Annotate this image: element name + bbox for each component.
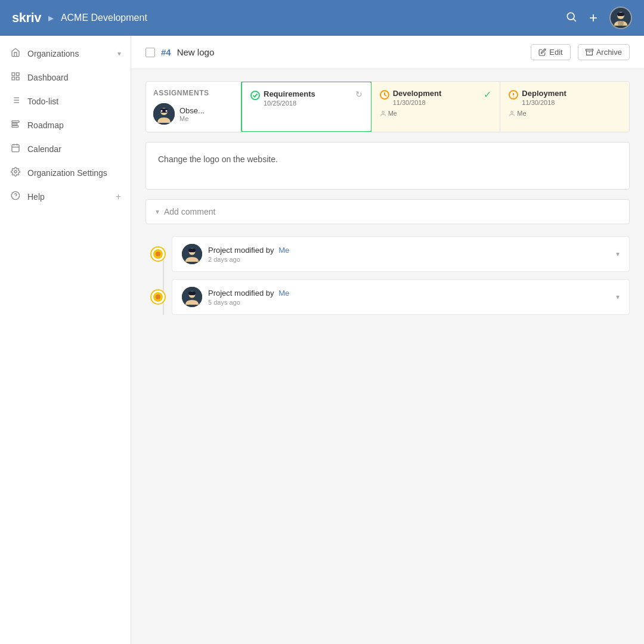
user-avatar[interactable]	[609, 7, 632, 29]
svg-rect-18	[12, 126, 18, 128]
activity-link: Me	[278, 289, 289, 298]
stage-development[interactable]: Development 11/30/2018 ✓ Me	[371, 82, 501, 132]
assignee-item: Obse... Me	[153, 103, 234, 125]
activity-item: Project modified by Me 5 days ago ▾	[151, 279, 630, 315]
plus-icon[interactable]: +	[116, 191, 121, 202]
svg-rect-17	[12, 123, 17, 125]
svg-line-1	[574, 18, 576, 21]
task-title: New logo	[177, 47, 215, 57]
expand-icon[interactable]: ▾	[616, 250, 620, 258]
list-icon	[10, 95, 21, 107]
activity-main: Project modified by Me	[208, 289, 610, 298]
dashboard-icon	[10, 72, 21, 83]
sidebar-item-todo[interactable]: Todo-list	[0, 89, 131, 113]
check-icon: ✓	[484, 89, 491, 100]
assignee-role: Me	[179, 115, 205, 122]
home-icon	[10, 48, 21, 60]
sidebar-item-calendar[interactable]: Calendar	[0, 137, 131, 161]
svg-point-0	[567, 13, 574, 20]
svg-point-41	[511, 111, 513, 113]
task-checkbox[interactable]	[145, 48, 155, 57]
svg-point-32	[166, 110, 168, 112]
svg-point-31	[161, 110, 163, 112]
activity-item: Project modified by Me 2 days ago ▾	[151, 236, 630, 272]
main-content: #4 New logo Edit Archive Assignme	[131, 36, 644, 644]
sidebar-item-label: Help	[27, 192, 45, 202]
svg-point-5	[618, 20, 624, 26]
activity-time: 5 days ago	[208, 299, 610, 306]
archive-label: Archive	[596, 48, 622, 57]
add-comment-bar[interactable]: ▾ Add comment	[145, 199, 630, 224]
activity-card: Project modified by Me 5 days ago ▾	[172, 279, 630, 315]
task-body: Assignments	[131, 69, 644, 327]
sidebar-item-label: Roadmap	[27, 120, 64, 130]
add-icon[interactable]: +	[589, 10, 597, 26]
chevron-icon: ▾	[156, 208, 159, 216]
stage-header: Requirements 10/25/2018 ↻	[250, 89, 363, 107]
activity-dot	[151, 290, 165, 304]
sidebar-item-help[interactable]: Help +	[0, 185, 131, 209]
svg-rect-16	[12, 121, 19, 123]
task-description: Change the logo on the website.	[158, 154, 617, 164]
app-logo: skriv	[12, 10, 41, 26]
assignee-avatar	[153, 103, 175, 125]
sidebar-item-dashboard[interactable]: Dashboard	[0, 66, 131, 89]
svg-rect-47	[188, 292, 196, 295]
svg-rect-44	[188, 249, 196, 252]
sidebar-item-label: Todo-list	[27, 97, 58, 106]
description-area: Change the logo on the website.	[145, 142, 630, 190]
svg-point-23	[14, 171, 17, 173]
activity-dot-inner	[156, 295, 160, 299]
add-comment-label: Add comment	[164, 207, 215, 216]
stage-name: Requirements	[264, 89, 315, 98]
svg-rect-26	[586, 49, 593, 51]
stage-name: Development	[393, 89, 442, 98]
stage-requirements[interactable]: Requirements 10/25/2018 ↻	[241, 81, 372, 132]
stage-name: Deployment	[522, 89, 566, 98]
sidebar-item-label: Calendar	[27, 144, 61, 154]
assignments-title: Assignments	[153, 89, 234, 97]
calendar-icon	[10, 143, 21, 155]
sidebar-item-org-settings[interactable]: Organization Settings	[0, 161, 131, 185]
svg-rect-4	[617, 13, 624, 16]
app-header: skriv ▸ ACME Development +	[0, 0, 644, 36]
activity-main: Project modified by Me	[208, 246, 610, 255]
project-name: ACME Development	[61, 13, 147, 23]
stages-area: Assignments	[145, 81, 630, 132]
activity-dot	[151, 247, 165, 261]
activity-feed: Project modified by Me 2 days ago ▾	[145, 236, 630, 315]
activity-text: Project modified by Me 5 days ago	[208, 289, 610, 306]
activity-avatar	[182, 287, 202, 307]
stage-header: Development 11/30/2018 ✓	[380, 89, 492, 106]
edit-label: Edit	[549, 48, 562, 57]
assignee-name: Obse...	[179, 106, 205, 115]
archive-button[interactable]: Archive	[578, 44, 630, 60]
stage-deployment[interactable]: Deployment 11/30/2018 Me	[500, 82, 629, 132]
expand-icon[interactable]: ▾	[616, 293, 620, 301]
header-left: skriv ▸ ACME Development	[12, 10, 147, 26]
search-icon[interactable]	[565, 11, 577, 26]
task-header: #4 New logo Edit Archive	[131, 36, 644, 69]
assignments-panel: Assignments	[146, 82, 242, 132]
stage-date: 10/25/2018	[264, 100, 315, 107]
header-right: +	[565, 7, 632, 29]
task-actions: Edit Archive	[531, 44, 630, 60]
app-body: Organizations ▾ Dashboard Todo-list Road…	[0, 36, 644, 644]
sidebar-item-organizations[interactable]: Organizations ▾	[0, 42, 131, 66]
svg-rect-7	[16, 73, 19, 76]
activity-avatar	[182, 244, 202, 264]
activity-text: Project modified by Me 2 days ago	[208, 246, 610, 263]
chevron-down-icon: ▾	[117, 49, 121, 58]
svg-rect-8	[16, 77, 19, 80]
roadmap-icon	[10, 119, 21, 131]
edit-button[interactable]: Edit	[531, 44, 570, 60]
sidebar-item-label: Organizations	[27, 49, 79, 58]
settings-icon	[10, 167, 21, 179]
sidebar-item-roadmap[interactable]: Roadmap	[0, 113, 131, 137]
stage-header: Deployment 11/30/2018	[509, 89, 621, 106]
svg-rect-19	[12, 145, 19, 152]
stage-date: 11/30/2018	[393, 99, 442, 106]
activity-link: Me	[278, 246, 289, 255]
stage-person: Me	[509, 110, 621, 117]
sidebar: Organizations ▾ Dashboard Todo-list Road…	[0, 36, 131, 644]
